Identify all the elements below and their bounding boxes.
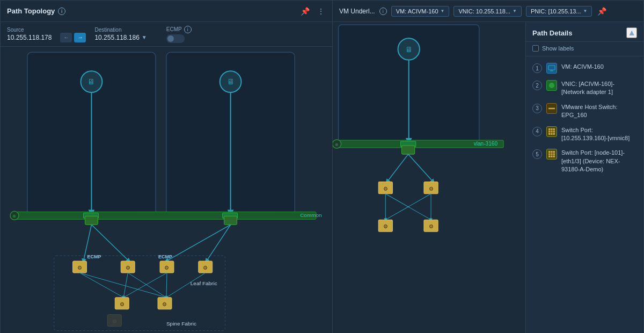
left-info-icon[interactable]: i [58,8,65,15]
source-label: Source [7,27,52,33]
left-panel-title: Path Topology i [7,7,65,15]
svg-text:⚙: ⚙ [162,301,167,307]
path-item-2[interactable]: 2 VNIC: [ACIVM-160]-[Network adapter 1] [526,77,643,100]
svg-text:⚙: ⚙ [383,186,388,192]
step-icon-sport2 [546,149,557,160]
show-labels-row: Show labels [526,42,643,56]
step-icon-vswitch [546,103,557,114]
svg-text:Spine Fabric: Spine Fabric [166,321,196,327]
path-details-header: Path Details ▲ [526,22,643,42]
left-toolbar: Source 10.255.118.178 ← → Destination 10… [1,22,332,47]
svg-rect-75 [548,128,555,135]
ecmp-info-icon[interactable]: i [184,26,192,33]
svg-rect-55 [402,146,415,154]
svg-rect-9 [14,212,316,219]
svg-point-73 [549,83,554,88]
path-items-list: 1 VM: ACIVM-160 2 VNIC: [ACIVM-160]-[Net… [526,56,643,333]
svg-text:ECMP: ECMP [87,254,101,259]
svg-rect-80 [548,151,555,157]
vm-dropdown[interactable]: VM: ACIVM-160 ▼ [391,6,450,17]
svg-text:⊕: ⊕ [12,214,16,219]
svg-line-19 [166,225,231,261]
path-item-5[interactable]: 5 Switch Port: [node-101]-[eth1/3] (Devi… [526,146,643,177]
step-icon-vnic [546,80,557,91]
direction-arrows: ← → [60,33,86,42]
topology-svg: 🖥 🖥 ⊕ Common [1,47,332,333]
pnic-dropdown-label: PNIC: [10.255.13... [531,8,581,15]
more-icon[interactable]: ⋮ [316,6,326,17]
step-text-1: VM: ACIVM-160 [561,63,604,71]
path-item-1[interactable]: 1 VM: ACIVM-160 [526,60,643,77]
svg-text:⚙: ⚙ [112,318,117,324]
svg-text:⚙: ⚙ [429,186,434,192]
vnic-dropdown-caret-icon: ▼ [513,9,517,13]
step-num-5: 5 [532,149,542,159]
destination-value-group: 10.255.118.186 ▼ [94,34,147,41]
collapse-button[interactable]: ▲ [626,27,637,38]
source-value: 10.255.118.178 [7,34,52,41]
svg-text:Common: Common [300,212,321,218]
source-group: Source 10.255.118.178 [7,27,52,41]
step-num-4: 4 [532,127,542,136]
show-labels-text: Show labels [542,45,574,52]
svg-line-31 [80,273,124,298]
svg-text:🖥: 🖥 [405,45,413,54]
svg-text:ECMP: ECMP [158,254,172,259]
svg-line-57 [408,154,433,182]
right-panel-title: VM Underl... [339,8,375,15]
pin-icon[interactable]: 📌 [299,6,311,17]
svg-line-36 [166,273,167,298]
path-details-title: Path Details [532,29,572,37]
svg-text:⚙: ⚙ [77,265,82,271]
pnic-dropdown[interactable]: PNIC: [10.255.13... ▼ [526,6,592,17]
svg-rect-15 [85,216,98,225]
svg-line-32 [80,273,166,298]
left-panel: Path Topology i 📌 ⋮ Source 10.255.118.17… [1,1,333,333]
svg-text:⚙: ⚙ [126,265,130,271]
destination-group: Destination 10.255.118.186 ▼ [94,27,147,41]
vnic-dropdown[interactable]: VNIC: 10.255.118... ▼ [453,6,522,17]
topology-canvas[interactable]: 🖥 🖥 ⊕ Common [1,47,332,333]
svg-text:Leaf Fabric: Leaf Fabric [191,280,217,286]
ecmp-label-row: ECMP i [166,26,192,33]
right-content: 🖥 ⊕ vlan-3160 [333,22,643,333]
svg-text:🖥: 🖥 [227,77,235,86]
right-pin-icon[interactable]: 📌 [596,6,608,17]
svg-text:vlan-3160: vlan-3160 [474,141,498,147]
destination-label: Destination [94,27,147,33]
svg-rect-70 [548,66,555,70]
main-container: Path Topology i 📌 ⋮ Source 10.255.118.17… [0,0,644,333]
vnic-dropdown-label: VNIC: 10.255.118... [458,8,510,15]
svg-text:⚙: ⚙ [203,265,208,271]
step-text-2: VNIC: [ACIVM-160]-[Network adapter 1] [561,80,637,97]
step-text-4: Switch Port: [10.255.139.160]-[vmnic8] [561,126,637,143]
path-item-4[interactable]: 4 Switch Port: [10.255.139.160]-[vmnic8] [526,123,643,146]
show-labels-checkbox[interactable] [532,45,539,52]
step-num-1: 1 [532,63,542,73]
left-title-text: Path Topology [7,7,55,15]
step-num-3: 3 [532,104,542,113]
right-topology-canvas[interactable]: 🖥 ⊕ vlan-3160 [333,22,525,333]
left-arrow-btn[interactable]: ← [60,33,72,42]
vm-dropdown-caret-icon: ▼ [441,9,445,13]
svg-line-33 [123,273,128,298]
right-info-icon[interactable]: i [379,8,387,15]
svg-text:⊕: ⊕ [335,142,339,147]
destination-caret-icon[interactable]: ▼ [142,34,147,40]
path-item-3[interactable]: 3 VMware Host Switch: EPG_160 [526,100,643,123]
svg-rect-16 [224,216,237,225]
ecmp-group: ECMP i [166,26,192,43]
step-text-5: Switch Port: [node-101]-[eth1/3] (Device… [561,149,637,173]
right-panel-header: VM Underl... i VM: ACIVM-160 ▼ VNIC: 10.… [333,1,643,22]
left-panel-header: Path Topology i 📌 ⋮ [1,1,332,22]
step-icon-vm [546,63,557,74]
svg-text:⚙: ⚙ [429,223,434,229]
step-num-2: 2 [532,81,542,90]
left-header-icons: 📌 ⋮ [299,6,326,17]
right-arrow-btn[interactable]: → [74,33,86,42]
vm-dropdown-label: VM: ACIVM-160 [396,8,438,15]
right-panel: VM Underl... i VM: ACIVM-160 ▼ VNIC: 10.… [333,1,643,333]
right-topology-svg: 🖥 ⊕ vlan-3160 [333,22,525,333]
ecmp-toggle[interactable] [166,34,185,43]
destination-value: 10.255.118.186 [94,34,139,41]
